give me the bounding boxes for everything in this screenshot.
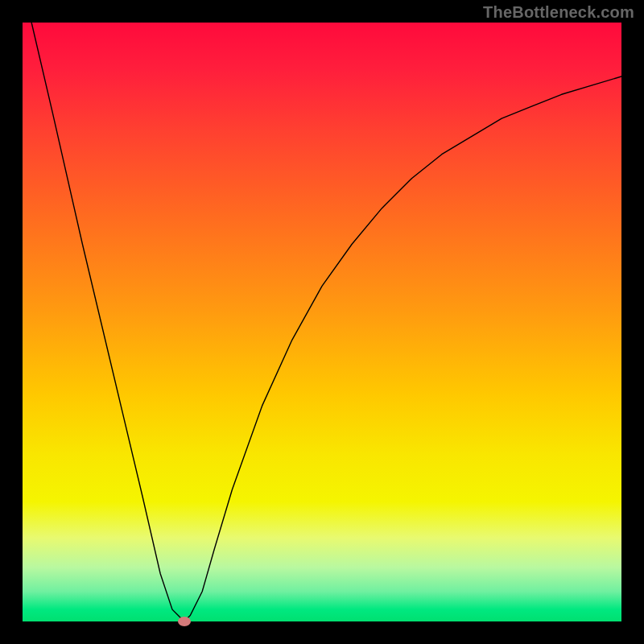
- bottleneck-curve: [23, 23, 621, 621]
- watermark-text: TheBottleneck.com: [483, 3, 634, 22]
- plot-area: [23, 23, 621, 621]
- minimum-marker: [178, 617, 191, 626]
- chart-container: TheBottleneck.com: [0, 0, 644, 644]
